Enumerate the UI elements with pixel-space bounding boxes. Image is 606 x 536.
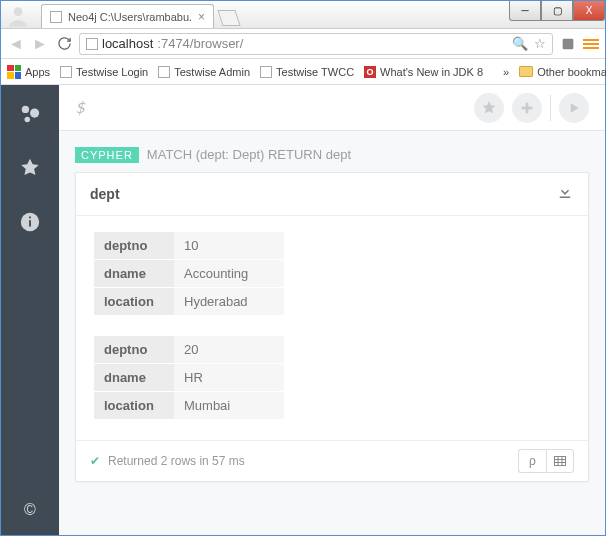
browser-tab[interactable]: Neo4j C:\Users\rambabu. × xyxy=(41,4,214,28)
content-area: $ CYPHERMATCH (dept: Dept) RETUR xyxy=(59,85,605,535)
profile-icon[interactable] xyxy=(5,3,31,29)
svg-rect-1 xyxy=(563,38,574,49)
field-value: Accounting xyxy=(174,260,284,288)
copyright-icon: © xyxy=(24,501,36,519)
field-value: Mumbai xyxy=(174,392,284,420)
page-icon xyxy=(158,66,170,78)
favorite-button[interactable] xyxy=(474,93,504,123)
svg-point-2 xyxy=(22,106,29,113)
field-value: Hyderabad xyxy=(174,288,284,316)
maximize-button[interactable]: ▢ xyxy=(541,1,573,21)
svg-rect-10 xyxy=(560,197,571,199)
query-editor[interactable]: $ xyxy=(59,85,605,131)
record: deptno10 dnameAccounting locationHyderab… xyxy=(94,232,570,316)
cypher-tag: CYPHER xyxy=(75,147,139,163)
field-key: deptno xyxy=(94,232,174,260)
new-tab-button[interactable] xyxy=(218,10,241,26)
star-icon[interactable]: ☆ xyxy=(534,36,546,51)
close-button[interactable]: X xyxy=(573,1,605,21)
card-header: dept xyxy=(76,173,588,216)
url-path: :7474/browser/ xyxy=(157,36,243,51)
other-bookmarks[interactable]: Other bookmarks xyxy=(519,66,606,78)
forward-button[interactable]: ► xyxy=(31,35,49,53)
page-icon xyxy=(60,66,72,78)
sidebar: © xyxy=(1,85,59,535)
results-panel: CYPHERMATCH (dept: Dept) RETURN dept dep… xyxy=(59,131,605,535)
run-button[interactable] xyxy=(559,93,589,123)
svg-point-4 xyxy=(25,117,31,123)
svg-rect-6 xyxy=(29,220,31,226)
field-key: location xyxy=(94,288,174,316)
code-view-button[interactable]: ρ xyxy=(518,449,546,473)
svg-rect-7 xyxy=(29,217,31,219)
tab-title: Neo4j C:\Users\rambabu. xyxy=(68,11,192,23)
overflow-chevron[interactable]: » xyxy=(503,66,509,78)
tab-close-icon[interactable]: × xyxy=(198,10,205,24)
sidebar-info-icon[interactable] xyxy=(15,207,45,237)
download-icon[interactable] xyxy=(556,183,574,205)
zoom-icon[interactable]: 🔍 xyxy=(512,36,528,51)
bookmark-item[interactable]: OWhat's New in JDK 8 xyxy=(364,66,483,78)
table-view-button[interactable] xyxy=(546,449,574,473)
field-key: dname xyxy=(94,364,174,392)
bookmark-item[interactable]: Testwise Login xyxy=(60,66,148,78)
query-text: MATCH (dept: Dept) RETURN dept xyxy=(147,147,351,162)
apps-button[interactable]: Apps xyxy=(7,65,50,79)
url-bar: ◄ ► localhost:7474/browser/ 🔍 ☆ xyxy=(1,29,605,59)
card-body: deptno10 dnameAccounting locationHyderab… xyxy=(76,216,588,440)
menu-button[interactable] xyxy=(583,37,599,51)
neo4j-app: © $ CY xyxy=(1,85,605,535)
sidebar-favorites-icon[interactable] xyxy=(15,153,45,183)
field-value: HR xyxy=(174,364,284,392)
card-footer: ✔ Returned 2 rows in 57 ms ρ xyxy=(76,440,588,481)
reload-button[interactable] xyxy=(55,35,73,53)
apps-icon xyxy=(7,65,21,79)
check-icon: ✔ xyxy=(90,454,100,468)
status-text: Returned 2 rows in 57 ms xyxy=(108,454,245,468)
bookmarks-bar: Apps Testwise Login Testwise Admin Testw… xyxy=(1,59,605,85)
minimize-button[interactable]: ─ xyxy=(509,1,541,21)
page-icon xyxy=(260,66,272,78)
page-icon xyxy=(86,38,98,50)
field-value: 10 xyxy=(174,232,284,260)
field-value: 20 xyxy=(174,336,284,364)
bookmark-item[interactable]: Testwise TWCC xyxy=(260,66,354,78)
svg-rect-11 xyxy=(555,457,566,466)
browser-window: Neo4j C:\Users\rambabu. × ─ ▢ X ◄ ► loca… xyxy=(0,0,606,536)
extension-icon[interactable] xyxy=(559,35,577,53)
back-button[interactable]: ◄ xyxy=(7,35,25,53)
svg-rect-9 xyxy=(522,106,533,109)
svg-point-0 xyxy=(14,7,23,16)
field-key: location xyxy=(94,392,174,420)
card-title: dept xyxy=(90,186,120,202)
folder-icon xyxy=(519,66,533,77)
record: deptno20 dnameHR locationMumbai xyxy=(94,336,570,420)
query-line: CYPHERMATCH (dept: Dept) RETURN dept xyxy=(75,147,589,162)
window-buttons: ─ ▢ X xyxy=(509,1,605,21)
address-bar[interactable]: localhost:7474/browser/ 🔍 ☆ xyxy=(79,33,553,55)
divider xyxy=(550,95,551,121)
url-host: localhost xyxy=(102,36,153,51)
result-card: dept deptno10 dnameAccounting locationHy… xyxy=(75,172,589,482)
sidebar-database-icon[interactable] xyxy=(15,99,45,129)
page-icon xyxy=(50,11,62,23)
editor-prompt: $ xyxy=(75,98,85,117)
field-key: deptno xyxy=(94,336,174,364)
bookmark-item[interactable]: Testwise Admin xyxy=(158,66,250,78)
field-key: dname xyxy=(94,260,174,288)
titlebar: Neo4j C:\Users\rambabu. × ─ ▢ X xyxy=(1,1,605,29)
add-button[interactable] xyxy=(512,93,542,123)
java-icon: O xyxy=(364,66,376,78)
svg-point-3 xyxy=(30,109,39,118)
